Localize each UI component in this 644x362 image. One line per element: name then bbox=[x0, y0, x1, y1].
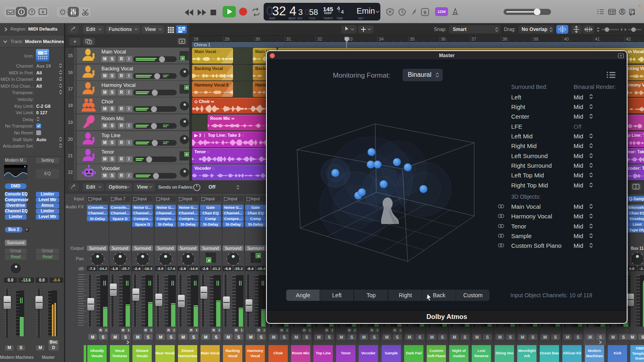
svg-text:S: S bbox=[423, 10, 426, 15]
svg-text:?: ? bbox=[31, 10, 33, 14]
